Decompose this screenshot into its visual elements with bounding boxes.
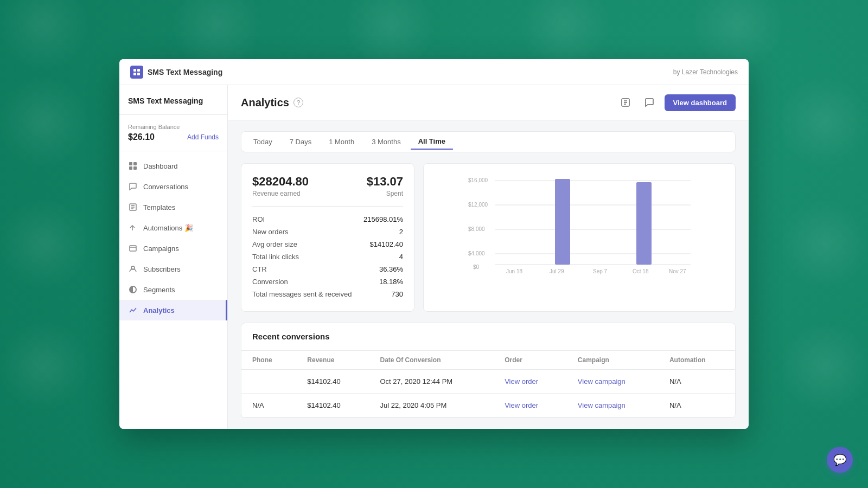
stat-row: Avg order size$14102.40 (252, 238, 403, 251)
page-title-row: Analytics ? (241, 97, 303, 109)
stat-row: Total link clicks4 (252, 251, 403, 263)
table-cell: View campaign (567, 370, 659, 394)
stat-name: CTR (252, 265, 267, 273)
sidebar-item-label-conversations: Conversations (143, 183, 188, 191)
dashboard-icon (128, 161, 138, 171)
svg-text:$8,000: $8,000 (468, 226, 485, 232)
sidebar-item-analytics[interactable]: Analytics (119, 300, 227, 320)
svg-rect-1 (137, 69, 140, 72)
page-title: Analytics (241, 97, 289, 109)
chat-bubble-icon: 💬 (833, 453, 847, 466)
campaigns-icon (128, 243, 138, 253)
revenue-block: $28204.80 Revenue earned (252, 175, 309, 197)
sidebar-item-campaigns[interactable]: Campaigns (119, 238, 227, 259)
subscribers-icon (128, 264, 138, 274)
brand-icon (130, 66, 143, 79)
svg-text:$4,000: $4,000 (468, 251, 485, 256)
conversions-header: Recent conversions (241, 323, 735, 351)
chat-bubble-button[interactable]: 💬 (827, 447, 853, 473)
brand-name: SMS Text Messaging (148, 68, 222, 76)
stat-value: 18.18% (379, 278, 403, 286)
view-campaign-link[interactable]: View campaign (578, 401, 626, 409)
sidebar-item-dashboard[interactable]: Dashboard (119, 156, 227, 176)
stat-name: Total link clicks (252, 253, 299, 261)
svg-rect-13 (130, 246, 136, 251)
spent-amount: $13.07 (367, 175, 403, 189)
time-tab-alltime[interactable]: All Time (411, 134, 453, 150)
top-bar: SMS Text Messaging by Lazer Technologies (119, 59, 749, 85)
table-cell (241, 370, 296, 394)
time-tab-1month[interactable]: 1 Month (321, 134, 362, 150)
table-header-revenue: Revenue (296, 351, 369, 370)
revenue-amount: $28204.80 (252, 175, 309, 189)
table-cell: View order (494, 370, 567, 394)
table-header-order: Order (494, 351, 567, 370)
stat-row: ROI215698.01% (252, 213, 403, 226)
conversions-card: Recent conversions PhoneRevenueDate Of C… (241, 323, 736, 418)
conversions-title: Recent conversions (252, 332, 330, 341)
view-campaign-link[interactable]: View campaign (578, 377, 626, 386)
table-cell: $14102.40 (296, 370, 369, 394)
stat-row: New orders2 (252, 226, 403, 238)
table-row: N/A$14102.40Jul 22, 2020 4:05 PMView ord… (241, 394, 735, 418)
stat-value: 730 (391, 290, 403, 298)
svg-rect-3 (137, 73, 140, 75)
templates-icon (128, 202, 138, 212)
spent-block: $13.07 Spent (367, 175, 403, 197)
table-cell: N/A (241, 394, 296, 418)
edit-icon-btn[interactable] (617, 94, 634, 111)
svg-rect-31 (555, 179, 570, 265)
sidebar-item-templates[interactable]: Templates (119, 197, 227, 217)
conversations-icon (128, 182, 138, 191)
svg-rect-6 (129, 166, 132, 170)
sidebar-item-label-templates: Templates (143, 203, 175, 211)
table-wrapper: PhoneRevenueDate Of ConversionOrderCampa… (241, 351, 735, 418)
chart-card: $16,000 $12,000 $8,000 $4,000 $0 (423, 163, 736, 312)
sidebar-item-subscribers[interactable]: Subscribers (119, 259, 227, 279)
stat-row: Conversion18.18% (252, 275, 403, 288)
sidebar-item-label-dashboard: Dashboard (143, 162, 178, 170)
content-body: Today7 Days1 Month3 MonthsAll Time $2820… (228, 120, 749, 429)
sidebar-item-segments[interactable]: Segments (119, 279, 227, 300)
conversions-table: PhoneRevenueDate Of ConversionOrderCampa… (241, 351, 735, 418)
spent-label: Spent (367, 190, 403, 197)
time-tab-7days[interactable]: 7 Days (282, 134, 319, 150)
chat-icon-btn[interactable] (641, 94, 658, 111)
segments-icon (128, 285, 138, 294)
time-tab-today[interactable]: Today (246, 134, 280, 150)
svg-text:Jul 29: Jul 29 (550, 268, 564, 274)
revenue-label: Revenue earned (252, 190, 309, 197)
balance-section: Remaining Balance $26.10 Add Funds (119, 115, 227, 151)
header-actions: View dashboard (617, 94, 736, 111)
stat-name: Avg order size (252, 240, 297, 248)
table-cell: View order (494, 394, 567, 418)
svg-text:Jun 18: Jun 18 (506, 268, 522, 274)
sidebar-item-automations[interactable]: Automations 🎉 (119, 217, 227, 238)
sidebar-item-conversations[interactable]: Conversations (119, 176, 227, 197)
brand: SMS Text Messaging (130, 66, 222, 79)
time-tab-3months[interactable]: 3 Months (364, 134, 408, 150)
table-row: $14102.40Oct 27, 2020 12:44 PMView order… (241, 370, 735, 394)
table-cell: N/A (659, 394, 735, 418)
table-header-phone: Phone (241, 351, 296, 370)
view-order-link[interactable]: View order (505, 401, 538, 409)
stat-value: 36.36% (379, 265, 403, 273)
view-order-link[interactable]: View order (505, 377, 538, 386)
svg-text:$16,000: $16,000 (468, 177, 488, 183)
stat-value: 4 (399, 253, 403, 261)
svg-text:Oct 18: Oct 18 (633, 268, 649, 274)
svg-rect-5 (133, 162, 137, 165)
sidebar-title: SMS Text Messaging (128, 97, 203, 105)
stat-value: $14102.40 (370, 240, 403, 248)
stat-row: CTR36.36% (252, 263, 403, 275)
analytics-icon (128, 305, 138, 315)
svg-rect-0 (133, 69, 136, 72)
table-cell: N/A (659, 370, 735, 394)
add-funds-link[interactable]: Add Funds (187, 133, 219, 141)
view-dashboard-button[interactable]: View dashboard (665, 94, 736, 111)
table-cell: $14102.40 (296, 394, 369, 418)
sidebar-item-label-segments: Segments (143, 286, 175, 294)
sidebar: SMS Text Messaging Remaining Balance $26… (119, 85, 228, 429)
help-icon[interactable]: ? (293, 98, 303, 107)
svg-rect-7 (133, 166, 137, 170)
